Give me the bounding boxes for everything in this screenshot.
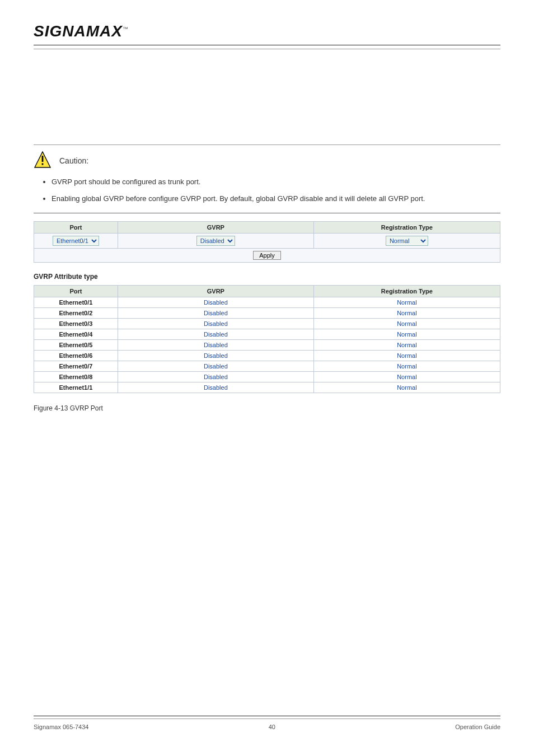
attr-cell-regtype: Normal [313,361,500,372]
table-row: Ethernet0/5DisabledNormal [34,340,500,351]
table-row: Ethernet0/2DisabledNormal [34,308,500,319]
table-row: Ethernet0/8DisabledNormal [34,372,500,382]
attr-header-regtype: Registration Type [313,286,500,297]
gvrp-select[interactable]: DisabledEnabled [196,236,235,246]
attr-cell-port: Ethernet0/3 [34,319,118,329]
table-row: Ethernet1/1DisabledNormal [34,382,500,393]
attr-cell-gvrp: Disabled [118,329,313,340]
table-row: Ethernet0/3DisabledNormal [34,319,500,329]
attr-cell-gvrp: Disabled [118,308,313,319]
apply-row: Apply [34,249,500,263]
apply-button[interactable]: Apply [253,251,281,260]
footer-divider-light [34,718,500,719]
gvrp-config-table: Port GVRP Registration Type Ethernet0/1E… [34,221,500,263]
footer-product: Signamax 065-7434 [34,724,88,730]
config-header-gvrp: GVRP [118,222,313,234]
caution-bullet-list: GVRP port should be configured as trunk … [39,176,500,204]
attr-cell-gvrp: Disabled [118,361,313,372]
config-regtype-cell: NormalFixedForbidden [313,234,500,249]
caution-block: Caution: [34,151,500,171]
caution-bullet: GVRP port should be configured as trunk … [51,176,500,188]
attr-cell-port: Ethernet0/8 [34,372,118,382]
footer-page-number: 40 [269,724,275,730]
footer-divider-dark [34,716,500,716]
attr-cell-port: Ethernet0/6 [34,351,118,361]
attr-header-port: Port [34,286,118,297]
attr-cell-regtype: Normal [313,340,500,351]
attr-cell-port: Ethernet1/1 [34,382,118,393]
attr-cell-gvrp: Disabled [118,351,313,361]
attr-cell-port: Ethernet0/7 [34,361,118,372]
config-gvrp-cell: DisabledEnabled [118,234,313,249]
table-row: Ethernet0/6DisabledNormal [34,351,500,361]
caution-bottom-divider [34,213,500,213]
caution-label: Caution: [59,156,88,165]
svg-rect-1 [42,156,44,162]
gvrp-attribute-table: Port GVRP Registration Type Ethernet0/1D… [34,285,500,393]
regtype-select[interactable]: NormalFixedForbidden [386,236,428,246]
attr-cell-port: Ethernet0/1 [34,297,118,308]
attr-cell-gvrp: Disabled [118,382,313,393]
caution-top-divider [34,144,500,145]
brand-logo-text: SIGNAMAX [34,22,123,40]
attr-cell-regtype: Normal [313,308,500,319]
attr-cell-regtype: Normal [313,319,500,329]
header-divider-light [34,49,500,49]
attr-cell-port: Ethernet0/4 [34,329,118,340]
table-row: Ethernet0/1DisabledNormal [34,297,500,308]
footer-guide-label: Operation Guide [455,724,500,730]
attr-cell-port: Ethernet0/5 [34,340,118,351]
header-divider-dark [34,45,500,45]
attr-cell-gvrp: Disabled [118,340,313,351]
figure-caption: Figure 4-13 GVRP Port [34,404,500,412]
section-title-gvrp-attr: GVRP Attribute type [34,273,500,281]
brand-logo: SIGNAMAX™ [34,22,500,45]
attr-cell-regtype: Normal [313,351,500,361]
attr-cell-gvrp: Disabled [118,297,313,308]
table-row: Ethernet0/4DisabledNormal [34,329,500,340]
attr-cell-gvrp: Disabled [118,372,313,382]
attr-cell-regtype: Normal [313,329,500,340]
table-row: Ethernet0/7DisabledNormal [34,361,500,372]
attr-cell-regtype: Normal [313,297,500,308]
config-port-cell: Ethernet0/1Ethernet0/2Ethernet0/3Etherne… [34,234,118,249]
attr-cell-port: Ethernet0/2 [34,308,118,319]
attr-cell-regtype: Normal [313,372,500,382]
attr-cell-gvrp: Disabled [118,319,313,329]
trademark-symbol: ™ [123,26,129,32]
caution-bullet: Enabling global GVRP before configure GV… [51,193,500,204]
config-header-port: Port [34,222,118,234]
svg-rect-2 [42,164,44,165]
caution-icon [34,151,51,171]
port-select[interactable]: Ethernet0/1Ethernet0/2Ethernet0/3Etherne… [53,236,99,246]
attr-cell-regtype: Normal [313,382,500,393]
config-header-regtype: Registration Type [313,222,500,234]
page-footer: Signamax 065-7434 40 Operation Guide [34,716,500,730]
attr-header-gvrp: GVRP [118,286,313,297]
